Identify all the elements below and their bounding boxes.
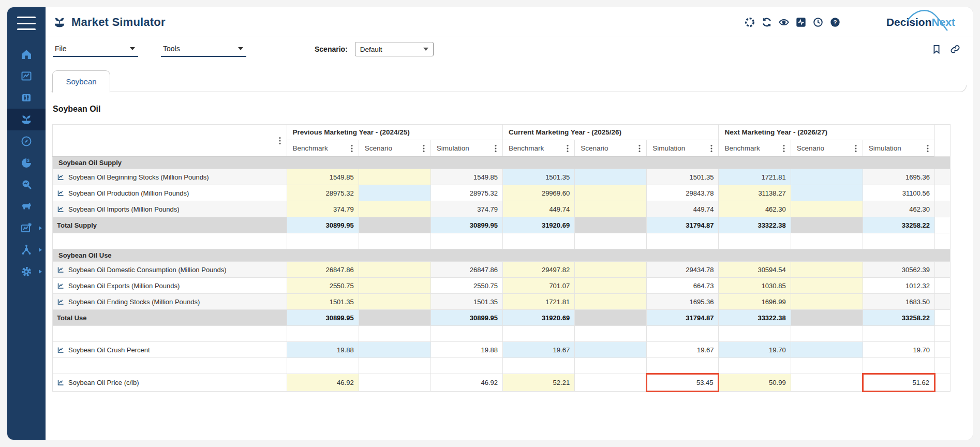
refresh-icon[interactable]: [761, 16, 773, 28]
value-cell[interactable]: 30899.95: [430, 217, 502, 233]
value-cell[interactable]: 29843.78: [647, 185, 719, 201]
value-cell[interactable]: 19.70: [719, 342, 791, 358]
value-cell[interactable]: [575, 374, 647, 392]
value-cell[interactable]: 1501.35: [430, 294, 502, 310]
column-menu-icon[interactable]: [708, 144, 715, 153]
value-cell[interactable]: 29969.60: [502, 185, 574, 201]
column-menu-icon[interactable]: [852, 144, 859, 153]
value-cell[interactable]: 53.45: [647, 374, 719, 392]
value-cell[interactable]: [575, 169, 647, 185]
value-cell[interactable]: 46.92: [430, 374, 502, 392]
value-cell[interactable]: [575, 201, 647, 217]
value-cell[interactable]: 1683.50: [863, 294, 934, 310]
value-cell[interactable]: [359, 185, 430, 201]
value-cell[interactable]: [791, 278, 863, 294]
value-cell[interactable]: 51.62: [863, 374, 934, 392]
value-cell[interactable]: [791, 374, 863, 392]
value-cell[interactable]: 374.79: [287, 201, 359, 217]
value-cell[interactable]: 1501.35: [647, 169, 719, 185]
value-cell[interactable]: 30594.54: [719, 262, 791, 278]
value-cell[interactable]: 449.74: [502, 201, 574, 217]
value-cell[interactable]: 28975.32: [287, 185, 359, 201]
value-cell[interactable]: 33322.38: [719, 310, 791, 326]
value-cell[interactable]: 1695.36: [863, 169, 934, 185]
value-cell[interactable]: 33258.22: [863, 310, 934, 326]
tools-menu[interactable]: Tools: [161, 42, 246, 57]
value-cell[interactable]: 1721.81: [502, 294, 574, 310]
activity-icon[interactable]: [795, 16, 807, 28]
sidebar-item-integrations[interactable]: [7, 239, 46, 261]
value-cell[interactable]: [791, 294, 863, 310]
value-cell[interactable]: 19.67: [502, 342, 574, 358]
hamburger-menu-icon[interactable]: [15, 14, 38, 32]
row-chart-icon[interactable]: [57, 282, 65, 290]
tab-soybean[interactable]: Soybean: [52, 70, 110, 93]
value-cell[interactable]: 664.73: [647, 278, 719, 294]
value-cell[interactable]: [791, 262, 863, 278]
value-cell[interactable]: 50.99: [719, 374, 791, 392]
row-chart-icon[interactable]: [57, 266, 65, 274]
sidebar-item-model-settings[interactable]: [7, 217, 46, 239]
value-cell[interactable]: 52.21: [502, 374, 574, 392]
value-cell[interactable]: 31138.27: [719, 185, 791, 201]
sidebar-item-explore[interactable]: [7, 130, 46, 152]
sidebar-item-markets[interactable]: [7, 87, 46, 109]
column-menu-icon[interactable]: [564, 144, 571, 153]
sidebar-item-charts[interactable]: [7, 65, 46, 87]
value-cell[interactable]: [791, 310, 863, 326]
value-cell[interactable]: 462.30: [719, 201, 791, 217]
value-cell[interactable]: 31794.87: [647, 310, 719, 326]
sidebar-item-home[interactable]: [7, 43, 46, 65]
value-cell[interactable]: 462.30: [863, 201, 934, 217]
column-menu-icon[interactable]: [420, 144, 427, 153]
value-cell[interactable]: 26847.86: [430, 262, 502, 278]
value-cell[interactable]: 31100.56: [863, 185, 934, 201]
value-cell[interactable]: [575, 294, 647, 310]
eye-icon[interactable]: [778, 16, 790, 28]
value-cell[interactable]: 1549.85: [430, 169, 502, 185]
value-cell[interactable]: 46.92: [287, 374, 359, 392]
clock-icon[interactable]: [812, 16, 824, 28]
value-cell[interactable]: [575, 310, 647, 326]
value-cell[interactable]: 29434.78: [647, 262, 719, 278]
value-cell[interactable]: 30899.95: [287, 217, 359, 233]
value-cell[interactable]: 2550.75: [430, 278, 502, 294]
row-chart-icon[interactable]: [57, 379, 65, 386]
value-cell[interactable]: [359, 310, 430, 326]
value-cell[interactable]: 1695.36: [647, 294, 719, 310]
value-cell[interactable]: 30562.39: [863, 262, 934, 278]
row-chart-icon[interactable]: [57, 173, 65, 181]
help-icon[interactable]: ?: [829, 16, 841, 28]
value-cell[interactable]: [359, 201, 430, 217]
decisionnext-logo[interactable]: DecisionNext: [886, 16, 960, 28]
value-cell[interactable]: [575, 262, 647, 278]
value-cell[interactable]: 28975.32: [430, 185, 502, 201]
sidebar-item-settings[interactable]: [7, 261, 46, 282]
scenario-select[interactable]: Default: [355, 42, 434, 56]
row-chart-icon[interactable]: [57, 298, 65, 306]
column-menu-icon[interactable]: [636, 144, 643, 153]
value-cell[interactable]: [359, 169, 430, 185]
value-cell[interactable]: [359, 342, 430, 358]
file-menu[interactable]: File: [53, 42, 138, 57]
value-cell[interactable]: [575, 217, 647, 233]
value-cell[interactable]: 2550.75: [287, 278, 359, 294]
value-cell[interactable]: [359, 278, 430, 294]
value-cell[interactable]: [359, 374, 430, 392]
value-cell[interactable]: 1501.35: [287, 294, 359, 310]
column-menu-icon[interactable]: [924, 144, 931, 153]
row-chart-icon[interactable]: [57, 205, 65, 213]
value-cell[interactable]: [791, 217, 863, 233]
bookmark-icon[interactable]: [931, 44, 942, 54]
value-cell[interactable]: [359, 294, 430, 310]
value-cell[interactable]: [575, 278, 647, 294]
value-cell[interactable]: 19.67: [647, 342, 719, 358]
sidebar-item-livestock[interactable]: [7, 196, 46, 217]
value-cell[interactable]: 1030.85: [719, 278, 791, 294]
value-cell[interactable]: [575, 185, 647, 201]
sidebar-item-pricing[interactable]: $: [7, 152, 46, 174]
value-cell[interactable]: [791, 185, 863, 201]
value-cell[interactable]: 701.07: [502, 278, 574, 294]
value-cell[interactable]: 31920.69: [502, 217, 574, 233]
value-cell[interactable]: [359, 262, 430, 278]
